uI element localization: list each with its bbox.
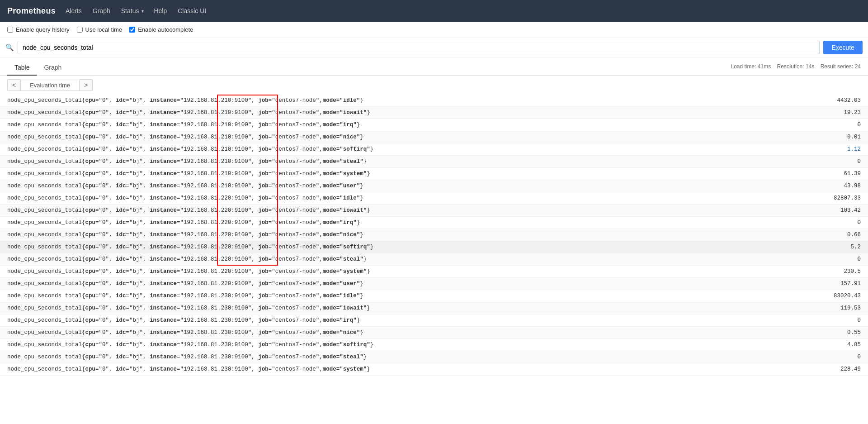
table-row: node_cpu_seconds_total{cpu="0", idc="bj"…	[0, 107, 868, 119]
enable-autocomplete-label: Enable autocomplete	[138, 26, 193, 33]
value-cell: 4.85	[783, 339, 868, 351]
status-link[interactable]: Status	[120, 5, 140, 16]
eval-time-label: Evaluation time	[20, 80, 80, 91]
value-cell: 0.66	[783, 229, 868, 241]
metric-cell: node_cpu_seconds_total{cpu="0", idc="bj"…	[0, 363, 783, 376]
value-cell: 1.12	[783, 143, 868, 156]
value-cell: 82807.33	[783, 192, 868, 205]
metric-cell: node_cpu_seconds_total{cpu="0", idc="bj"…	[0, 168, 783, 180]
metric-cell: node_cpu_seconds_total{cpu="0", idc="bj"…	[0, 241, 783, 253]
table-row: node_cpu_seconds_total{cpu="0", idc="bj"…	[0, 180, 868, 192]
table-row: node_cpu_seconds_total{cpu="0", idc="bj"…	[0, 241, 868, 253]
execute-button[interactable]: Execute	[823, 41, 863, 54]
metric-cell: node_cpu_seconds_total{cpu="0", idc="bj"…	[0, 253, 783, 266]
value-cell: 0	[783, 156, 868, 168]
table-row: node_cpu_seconds_total{cpu="0", idc="bj"…	[0, 156, 868, 168]
search-bar: 🔍 Execute	[0, 38, 868, 57]
table-row: node_cpu_seconds_total{cpu="0", idc="bj"…	[0, 131, 868, 143]
use-local-time-group[interactable]: Use local time	[77, 26, 123, 33]
enable-query-history-group[interactable]: Enable query history	[7, 26, 70, 33]
help-link[interactable]: Help	[153, 5, 168, 16]
results-wrapper: node_cpu_seconds_total{cpu="0", idc="bj"…	[0, 95, 868, 376]
tabs-row: Table Graph Load time: 41ms Resolution: …	[0, 57, 868, 76]
value-cell: 0.55	[783, 327, 868, 339]
tab-graph[interactable]: Graph	[37, 60, 69, 76]
value-cell: 83020.43	[783, 290, 868, 302]
tabs-container: Table Graph	[7, 60, 69, 75]
load-time: Load time: 41ms	[731, 63, 771, 70]
table-row: node_cpu_seconds_total{cpu="0", idc="bj"…	[0, 327, 868, 339]
table-row: node_cpu_seconds_total{cpu="0", idc="bj"…	[0, 95, 868, 107]
toolbar: Enable query history Use local time Enab…	[0, 22, 868, 38]
metric-cell: node_cpu_seconds_total{cpu="0", idc="bj"…	[0, 217, 783, 229]
enable-query-history-checkbox[interactable]	[7, 27, 13, 33]
table-row: node_cpu_seconds_total{cpu="0", idc="bj"…	[0, 217, 868, 229]
eval-prev-button[interactable]: <	[7, 79, 20, 91]
table-row: node_cpu_seconds_total{cpu="0", idc="bj"…	[0, 314, 868, 327]
results-table: node_cpu_seconds_total{cpu="0", idc="bj"…	[0, 95, 868, 376]
table-row: node_cpu_seconds_total{cpu="0", idc="bj"…	[0, 192, 868, 205]
classic-ui-link[interactable]: Classic UI	[177, 5, 207, 16]
value-cell: 61.39	[783, 168, 868, 180]
enable-autocomplete-group[interactable]: Enable autocomplete	[129, 26, 193, 33]
metric-cell: node_cpu_seconds_total{cpu="0", idc="bj"…	[0, 119, 783, 131]
table-row: node_cpu_seconds_total{cpu="0", idc="bj"…	[0, 351, 868, 363]
eval-row: < Evaluation time >	[0, 76, 868, 95]
search-input[interactable]	[18, 41, 820, 54]
value-cell: 19.23	[783, 107, 868, 119]
value-cell: 103.42	[783, 205, 868, 217]
enable-query-history-label: Enable query history	[16, 26, 70, 33]
eval-next-button[interactable]: >	[80, 79, 93, 91]
metric-cell: node_cpu_seconds_total{cpu="0", idc="bj"…	[0, 131, 783, 143]
search-icon: 🔍	[5, 43, 14, 52]
meta-info: Load time: 41ms Resolution: 14s Result s…	[731, 63, 861, 72]
brand-title: Prometheus	[7, 6, 56, 16]
metric-cell: node_cpu_seconds_total{cpu="0", idc="bj"…	[0, 95, 783, 107]
metric-cell: node_cpu_seconds_total{cpu="0", idc="bj"…	[0, 302, 783, 314]
value-cell: 0	[783, 217, 868, 229]
use-local-time-checkbox[interactable]	[77, 27, 83, 33]
value-cell: 0	[783, 119, 868, 131]
table-row: node_cpu_seconds_total{cpu="0", idc="bj"…	[0, 119, 868, 131]
tab-table[interactable]: Table	[7, 60, 37, 76]
table-row: node_cpu_seconds_total{cpu="0", idc="bj"…	[0, 143, 868, 156]
metric-cell: node_cpu_seconds_total{cpu="0", idc="bj"…	[0, 143, 783, 156]
value-cell: 4432.03	[783, 95, 868, 107]
metric-cell: node_cpu_seconds_total{cpu="0", idc="bj"…	[0, 327, 783, 339]
table-row: node_cpu_seconds_total{cpu="0", idc="bj"…	[0, 363, 868, 376]
table-row: node_cpu_seconds_total{cpu="0", idc="bj"…	[0, 229, 868, 241]
navbar: Prometheus Alerts Graph Status ▾ Help Cl…	[0, 0, 868, 22]
value-cell: 119.53	[783, 302, 868, 314]
table-row: node_cpu_seconds_total{cpu="0", idc="bj"…	[0, 290, 868, 302]
table-row: node_cpu_seconds_total{cpu="0", idc="bj"…	[0, 278, 868, 290]
value-cell: 228.49	[783, 363, 868, 376]
table-row: node_cpu_seconds_total{cpu="0", idc="bj"…	[0, 253, 868, 266]
alerts-link[interactable]: Alerts	[65, 5, 83, 16]
status-dropdown[interactable]: Status ▾	[120, 5, 144, 16]
metric-cell: node_cpu_seconds_total{cpu="0", idc="bj"…	[0, 229, 783, 241]
metric-cell: node_cpu_seconds_total{cpu="0", idc="bj"…	[0, 180, 783, 192]
value-cell: 157.91	[783, 278, 868, 290]
result-series: Result series: 24	[821, 63, 861, 70]
value-cell: 0	[783, 253, 868, 266]
metric-cell: node_cpu_seconds_total{cpu="0", idc="bj"…	[0, 314, 783, 327]
metric-cell: node_cpu_seconds_total{cpu="0", idc="bj"…	[0, 339, 783, 351]
table-row: node_cpu_seconds_total{cpu="0", idc="bj"…	[0, 339, 868, 351]
value-cell: 5.2	[783, 241, 868, 253]
value-cell: 0	[783, 314, 868, 327]
enable-autocomplete-checkbox[interactable]	[129, 27, 135, 33]
metric-cell: node_cpu_seconds_total{cpu="0", idc="bj"…	[0, 156, 783, 168]
value-cell: 0	[783, 351, 868, 363]
metric-cell: node_cpu_seconds_total{cpu="0", idc="bj"…	[0, 290, 783, 302]
value-cell: 0.01	[783, 131, 868, 143]
metric-cell: node_cpu_seconds_total{cpu="0", idc="bj"…	[0, 107, 783, 119]
graph-link[interactable]: Graph	[92, 5, 111, 16]
chevron-down-icon: ▾	[142, 9, 144, 14]
metric-cell: node_cpu_seconds_total{cpu="0", idc="bj"…	[0, 192, 783, 205]
metric-cell: node_cpu_seconds_total{cpu="0", idc="bj"…	[0, 351, 783, 363]
resolution: Resolution: 14s	[777, 63, 815, 70]
metric-cell: node_cpu_seconds_total{cpu="0", idc="bj"…	[0, 266, 783, 278]
metric-cell: node_cpu_seconds_total{cpu="0", idc="bj"…	[0, 205, 783, 217]
table-row: node_cpu_seconds_total{cpu="0", idc="bj"…	[0, 168, 868, 180]
table-row: node_cpu_seconds_total{cpu="0", idc="bj"…	[0, 205, 868, 217]
